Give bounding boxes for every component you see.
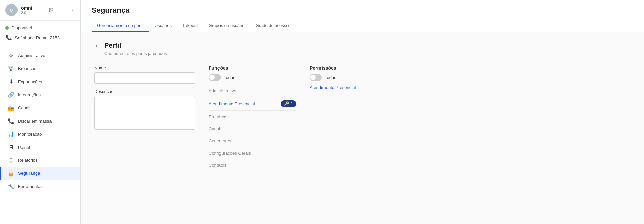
back-button[interactable]: ←	[94, 42, 101, 50]
user-name: omni	[21, 5, 32, 11]
permissions-toggle-row: Todas	[310, 74, 384, 81]
sidebar-item-relatorios[interactable]: 📋 Relatórios	[0, 154, 80, 167]
sidebar-item-label: Administrativo	[18, 53, 45, 58]
sidebar: o omni 2.0 ⎘ ‹ Disponível 📞 Softphone Ra…	[0, 0, 81, 224]
user-version: 2.0	[21, 11, 32, 15]
avatar-letter: o	[10, 7, 13, 13]
functions-toggle-row: Todas	[209, 74, 296, 81]
broadcast-icon: 📡	[8, 65, 14, 72]
exportacoes-icon: ⬇	[8, 78, 14, 85]
avatar: o	[5, 4, 18, 16]
name-input[interactable]	[94, 72, 195, 84]
sidebar-item-monitoracao[interactable]: 📊 Monitoração	[0, 128, 80, 141]
sidebar-item-label: Monitoração	[18, 132, 42, 137]
painel-icon: 🖥	[8, 144, 14, 150]
function-item-atendimento-presencial[interactable]: Atendimento Presencial 🔑 1	[209, 97, 296, 111]
tab-gerenciamento-de-perfil[interactable]: Gerenciamento de perfil	[92, 20, 149, 32]
form-section: Nome Descrição	[94, 65, 195, 131]
discar-icon: 📞	[8, 118, 14, 124]
sidebar-item-seguranca[interactable]: 🔒 Segurança	[0, 167, 80, 180]
function-item-canais: Canais	[209, 123, 296, 135]
functions-title: Funções	[209, 65, 296, 71]
sidebar-item-ferramentas[interactable]: 🔧 Ferramentas	[0, 180, 80, 193]
sidebar-item-painel[interactable]: 🖥 Painel	[0, 141, 80, 154]
sidebar-item-label: Broadcast	[18, 66, 38, 71]
permissions-panel: Permissões Todas Atendimento Presencial	[310, 65, 384, 90]
function-item-configuracoes-gerais: Configurações Gerais	[209, 147, 296, 159]
tab-takeout[interactable]: Takeout	[177, 20, 203, 32]
sidebar-user: o omni 2.0	[5, 4, 32, 16]
softphone-status[interactable]: 📞 Softphone Ramal 2153	[5, 32, 75, 43]
sidebar-status: Disponível 📞 Softphone Ramal 2153	[0, 21, 80, 46]
atendimento-presencial-permission-link[interactable]: Atendimento Presencial	[310, 85, 384, 90]
functions-toggle-label: Todas	[224, 75, 235, 80]
content-area: ← Perfil Crie ou edite os perfis já cria…	[81, 32, 644, 224]
function-item-contatos: Contatos	[209, 159, 296, 171]
function-item-administrativo: Administrativo	[209, 85, 296, 97]
user-info: omni 2.0	[21, 5, 32, 15]
page-title: Segurança	[92, 6, 633, 15]
tab-usuarios[interactable]: Usuários	[149, 20, 177, 32]
tabs: Gerenciamento de perfil Usuários Takeout…	[92, 20, 633, 32]
sidebar-item-label: Painel	[18, 145, 30, 150]
permissions-toggle-label: Todas	[325, 75, 336, 80]
sidebar-nav: ⚙ Administrativo 📡 Broadcast ⬇ Exportaçõ…	[0, 46, 80, 224]
sidebar-item-label: Relatórios	[18, 158, 38, 163]
sidebar-item-discar-em-massa[interactable]: 📞 Discar em massa	[0, 115, 80, 128]
sidebar-item-label: Discar em massa	[18, 119, 52, 124]
canais-icon: 📻	[8, 105, 14, 111]
sidebar-item-label: Exportações	[18, 79, 42, 84]
function-item-broadcast: Broadcast	[209, 111, 296, 123]
tab-grupos-de-usuario[interactable]: Grupos de usuário	[203, 20, 250, 32]
sidebar-item-canais[interactable]: 📻 Canais	[0, 101, 80, 115]
sidebar-item-label: Ferramentas	[18, 184, 43, 189]
relatorios-icon: 📋	[8, 157, 14, 163]
back-header: ← Perfil	[94, 42, 631, 50]
form-permissions-row: Nome Descrição Funções Todas Administrat…	[94, 65, 631, 171]
profile-section: ← Perfil Crie ou edite os perfis já cria…	[81, 32, 644, 181]
tab-grade-de-acesso[interactable]: Grade de acesso	[250, 20, 294, 32]
sidebar-item-integracoes[interactable]: 🔗 Integrações	[0, 88, 80, 101]
integracoes-icon: 🔗	[8, 92, 14, 98]
page-header: Segurança Gerenciamento de perfil Usuári…	[81, 0, 644, 32]
functions-toggle[interactable]	[209, 74, 221, 81]
permissions-title: Permissões	[310, 65, 384, 71]
sidebar-item-administrativo[interactable]: ⚙ Administrativo	[0, 49, 80, 62]
functions-list: Administrativo Atendimento Presencial 🔑 …	[209, 85, 296, 171]
monitoracao-icon: 📊	[8, 131, 14, 137]
export-button[interactable]: ⎘	[48, 5, 55, 15]
sidebar-item-broadcast[interactable]: 📡 Broadcast	[0, 62, 80, 75]
permissions-toggle[interactable]	[310, 74, 322, 81]
profile-title: Perfil	[104, 42, 121, 50]
sidebar-header: o omni 2.0 ⎘ ‹	[0, 0, 80, 21]
available-status[interactable]: Disponível	[5, 23, 75, 32]
profile-subtitle: Crie ou edite os perfis já criados	[104, 51, 631, 56]
available-label: Disponível	[11, 25, 32, 30]
sidebar-item-label: Canais	[18, 105, 31, 110]
seguranca-icon: 🔒	[8, 170, 14, 177]
administrativo-icon: ⚙	[8, 52, 14, 59]
status-dot	[5, 26, 9, 30]
description-input[interactable]	[94, 96, 195, 130]
softphone-label: Softphone Ramal 2153	[15, 35, 60, 40]
phone-icon: 📞	[5, 34, 12, 41]
name-label: Nome	[94, 65, 195, 70]
collapse-sidebar-button[interactable]: ‹	[70, 5, 75, 15]
main-content: Segurança Gerenciamento de perfil Usuári…	[81, 0, 644, 224]
atendimento-badge: 🔑 1	[281, 100, 296, 107]
sidebar-item-label: Integrações	[18, 92, 41, 97]
ferramentas-icon: 🔧	[8, 183, 14, 190]
sidebar-item-exportacoes[interactable]: ⬇ Exportações	[0, 75, 80, 88]
sidebar-item-label: Segurança	[18, 171, 40, 176]
description-label: Descrição	[94, 89, 195, 94]
function-item-conectores: Conectores	[209, 135, 296, 147]
functions-panel: Funções Todas Administrativo Atendimento…	[209, 65, 296, 171]
